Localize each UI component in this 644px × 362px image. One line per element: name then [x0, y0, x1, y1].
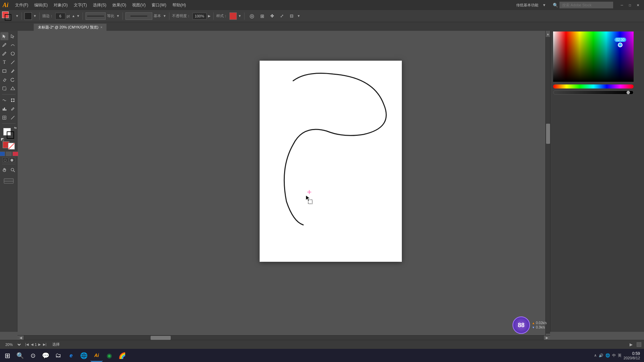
first-page-button[interactable]: |◀: [24, 342, 30, 347]
v-scroll-thumb[interactable]: [546, 124, 550, 144]
tab-close-button[interactable]: ×: [100, 25, 102, 29]
taskbar-task-view-icon[interactable]: ⊙: [27, 350, 39, 362]
transform-btn[interactable]: ✤: [268, 12, 276, 20]
start-button[interactable]: ⊞: [1, 350, 13, 362]
prev-page-button[interactable]: ◀: [30, 342, 34, 347]
menu-file[interactable]: 文件(F): [12, 1, 31, 9]
minimize-button[interactable]: ─: [619, 2, 625, 8]
normal-mode-btn[interactable]: ◯: [2, 158, 8, 162]
taskbar-file-explorer-icon[interactable]: 🗂: [52, 350, 64, 362]
preview-mode-btn[interactable]: ⬤: [9, 158, 15, 162]
menu-window[interactable]: 窗口(W): [149, 1, 169, 9]
next-page-button[interactable]: ▶: [38, 342, 42, 347]
taskbar-search-icon[interactable]: 🔍: [14, 350, 26, 362]
taskbar-ie-icon[interactable]: e: [65, 350, 77, 362]
zoom-control[interactable]: 20% 25% 50% 100%: [3, 341, 22, 348]
expand-btn[interactable]: ⤢: [278, 12, 286, 20]
paintbrush-tool-button[interactable]: [0, 50, 8, 58]
grid-btn[interactable]: ⊞: [258, 12, 267, 20]
stroke-profile-preview[interactable]: [125, 12, 152, 20]
document-tab[interactable]: 未标题-2* @ 20% (CMYK/GPU 预览) ×: [34, 23, 107, 31]
search-input[interactable]: [559, 2, 613, 8]
free-transform-button[interactable]: [9, 96, 17, 104]
stroke-style-preview[interactable]: [86, 12, 106, 20]
ratio-dropdown-icon[interactable]: ▼: [116, 14, 120, 18]
taskbar-chat-icon[interactable]: 💬: [40, 350, 52, 362]
swap-colors-icon[interactable]: ⇆: [14, 126, 17, 129]
pen-tool-button[interactable]: [0, 41, 8, 49]
stroke-down-icon[interactable]: ▼: [76, 14, 80, 18]
fill-dropdown-icon[interactable]: ▼: [33, 14, 37, 18]
vertical-scrollbar[interactable]: ▲ ▼: [545, 31, 550, 340]
maximize-button[interactable]: □: [627, 2, 633, 8]
status-scroll-corner[interactable]: [637, 342, 641, 347]
hue-slider[interactable]: [553, 84, 634, 88]
taskbar-ai-icon[interactable]: Ai: [91, 350, 103, 362]
base-dropdown-icon[interactable]: ▼: [163, 14, 166, 18]
menu-select[interactable]: 选择(S): [90, 1, 109, 9]
shaper-tool-button[interactable]: [9, 84, 17, 93]
artboard[interactable]: [260, 61, 402, 262]
curvature-tool-button[interactable]: [9, 41, 17, 49]
tray-ime-zh-icon[interactable]: 中: [612, 353, 616, 358]
menu-edit[interactable]: 编辑(E): [32, 1, 50, 9]
fill-stroke-indicator[interactable]: [2, 11, 14, 21]
horizontal-scrollbar[interactable]: ◀ ▶: [17, 335, 550, 340]
warp-tool-button[interactable]: [0, 96, 8, 104]
chart-tool-button[interactable]: [0, 105, 8, 113]
slice-tool-button[interactable]: [0, 114, 8, 122]
stroke-width-input[interactable]: [55, 13, 65, 19]
h-scroll-left-icon[interactable]: ◀: [19, 336, 22, 340]
tray-network-icon[interactable]: 🌐: [605, 353, 610, 358]
dropdown-icon[interactable]: ▼: [542, 3, 546, 7]
taskbar-ie2-icon[interactable]: 🌐: [78, 350, 90, 362]
h-scroll-thumb[interactable]: [151, 336, 171, 340]
menu-type[interactable]: 文字(T): [71, 1, 90, 9]
eyedropper-tool-button[interactable]: [9, 105, 17, 113]
tray-expand-icon[interactable]: ∧: [594, 353, 597, 358]
menu-view[interactable]: 视图(V): [129, 1, 148, 9]
last-page-button[interactable]: ▶|: [42, 342, 47, 347]
selection-tool-button[interactable]: [0, 32, 8, 40]
tray-ime-en-icon[interactable]: 英: [618, 353, 622, 358]
tray-volume-icon[interactable]: 🔊: [599, 353, 603, 358]
opacity-slider-thumb[interactable]: [627, 91, 630, 94]
menu-effect[interactable]: 效果(O): [110, 1, 129, 9]
gradient-mode-btn[interactable]: [6, 152, 12, 156]
opacity-input[interactable]: [193, 13, 207, 19]
style-swatch[interactable]: [229, 12, 237, 20]
align-btn[interactable]: ⊟: [287, 12, 296, 20]
menu-help[interactable]: 帮助(H): [170, 1, 189, 9]
hand-tool-button[interactable]: [0, 166, 8, 174]
zoom-select[interactable]: 20% 25% 50% 100%: [3, 341, 22, 348]
taskbar-rainbow-icon[interactable]: 🌈: [116, 350, 128, 362]
close-button[interactable]: ✕: [635, 2, 641, 8]
fill-color-swatch[interactable]: [24, 12, 32, 20]
eraser-tool-button[interactable]: [0, 76, 8, 84]
reset-colors-icon[interactable]: ◩: [1, 137, 4, 141]
rect-tool-button[interactable]: [0, 67, 8, 75]
taskbar-green-icon[interactable]: ◉: [103, 350, 115, 362]
align-dropdown-icon[interactable]: ▼: [297, 14, 301, 18]
menu-object[interactable]: 对象(O): [51, 1, 70, 9]
color-gradient[interactable]: 02:30: [553, 32, 634, 82]
rotate-tool-button[interactable]: [9, 76, 17, 84]
fill-stroke-swatches[interactable]: ⇆ ◩: [2, 127, 15, 140]
pattern-mode-btn[interactable]: [12, 152, 18, 156]
type-tool-button[interactable]: T: [0, 58, 8, 66]
h-scroll-right-icon[interactable]: ▶: [546, 336, 548, 340]
stroke-box[interactable]: [7, 131, 14, 139]
line-tool-button[interactable]: [9, 58, 17, 66]
zoom-tool-button[interactable]: [9, 166, 17, 174]
color-picker-dot[interactable]: [618, 43, 623, 47]
blob-brush-tool-button[interactable]: [9, 50, 17, 58]
circle-btn[interactable]: ◎: [247, 12, 257, 20]
color-picker-container[interactable]: 02:30: [553, 32, 641, 95]
system-clock[interactable]: 0:59 2020/8/12: [624, 351, 640, 360]
stroke-up-icon[interactable]: ▲: [72, 14, 75, 18]
opacity-slider[interactable]: [553, 90, 634, 95]
scale-tool-button[interactable]: [0, 84, 8, 93]
play-button[interactable]: ▶: [630, 342, 633, 347]
style-dropdown-icon[interactable]: ▼: [238, 14, 241, 18]
direct-selection-tool-button[interactable]: [9, 32, 17, 40]
